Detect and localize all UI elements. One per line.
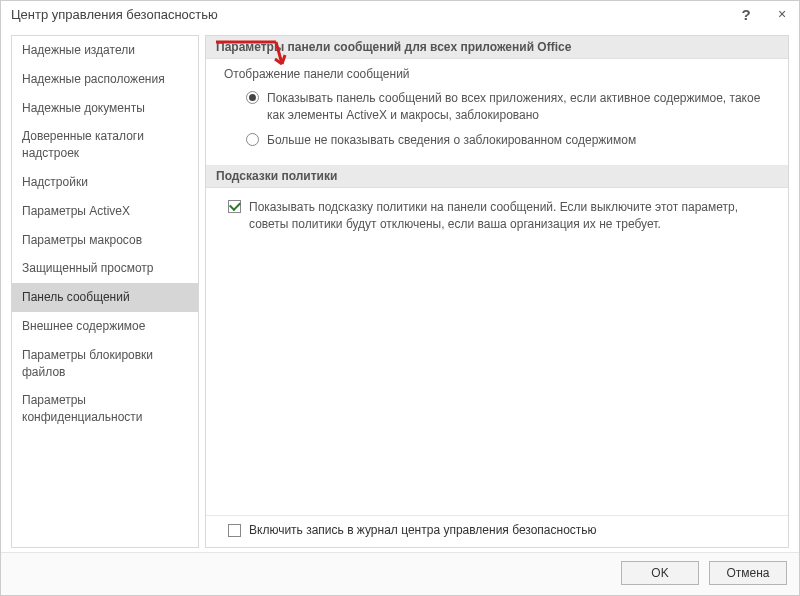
sidebar-item[interactable]: Надежные документы (12, 94, 198, 123)
sidebar-item[interactable]: Панель сообщений (12, 283, 198, 312)
category-sidebar: Надежные издателиНадежные расположенияНа… (11, 35, 199, 548)
sidebar-item[interactable]: Доверенные каталоги надстроек (12, 122, 198, 168)
section-body: Отображение панели сообщений Показывать … (206, 59, 788, 165)
sidebar-item[interactable]: Параметры макросов (12, 226, 198, 255)
section-policy-tips: Подсказки политики Показывать подсказку … (206, 165, 788, 250)
settings-panel: Параметры панели сообщений для всех прил… (205, 35, 789, 548)
checkbox-label: Включить запись в журнал центра управлен… (249, 523, 597, 537)
sidebar-item[interactable]: Внешнее содержимое (12, 312, 198, 341)
titlebar: Центр управления безопасностью ? × (1, 1, 799, 27)
section-heading: Параметры панели сообщений для всех прил… (206, 36, 788, 59)
sidebar-item[interactable]: Параметры ActiveX (12, 197, 198, 226)
sidebar-item[interactable]: Надежные издатели (12, 36, 198, 65)
close-button[interactable]: × (773, 5, 791, 23)
titlebar-buttons: ? × (737, 5, 791, 23)
cancel-button[interactable]: Отмена (709, 561, 787, 585)
ok-button[interactable]: OK (621, 561, 699, 585)
checkbox-enable-logging[interactable] (228, 524, 241, 537)
checkbox-label: Показывать подсказку политики на панели … (249, 199, 776, 233)
sidebar-item[interactable]: Надстройки (12, 168, 198, 197)
dialog-buttons: OK Отмена (1, 552, 799, 595)
help-button[interactable]: ? (737, 5, 755, 23)
radio-show-message-bar[interactable] (246, 91, 259, 104)
log-row: Включить запись в журнал центра управлен… (206, 516, 788, 547)
sidebar-item[interactable]: Параметры конфиденциальности (12, 386, 198, 432)
window-title: Центр управления безопасностью (11, 7, 218, 22)
radio-label: Больше не показывать сведения о заблокир… (267, 132, 636, 149)
checkbox-policy-tips[interactable] (228, 200, 241, 213)
section-heading: Подсказки политики (206, 165, 788, 188)
dialog-body: Надежные издателиНадежные расположенияНа… (1, 27, 799, 552)
section-heading-text: Подсказки политики (216, 169, 337, 183)
sidebar-item[interactable]: Параметры блокировки файлов (12, 341, 198, 387)
option-row: Показывать панель сообщений во всех прил… (222, 87, 776, 129)
section-body: Показывать подсказку политики на панели … (206, 188, 788, 250)
section-heading-text: Параметры панели сообщений для всех прил… (216, 40, 571, 54)
radio-label: Показывать панель сообщений во всех прил… (267, 90, 776, 124)
sidebar-item[interactable]: Надежные расположения (12, 65, 198, 94)
sidebar-item[interactable]: Защищенный просмотр (12, 254, 198, 283)
settings-scroll: Параметры панели сообщений для всех прил… (206, 36, 788, 515)
radio-never-show[interactable] (246, 133, 259, 146)
section-message-bar: Параметры панели сообщений для всех прил… (206, 36, 788, 165)
subheading: Отображение панели сообщений (224, 67, 776, 81)
option-row: Больше не показывать сведения о заблокир… (222, 129, 776, 154)
option-row: Показывать подсказку политики на панели … (222, 196, 776, 238)
trust-center-window: Центр управления безопасностью ? × Надеж… (0, 0, 800, 596)
